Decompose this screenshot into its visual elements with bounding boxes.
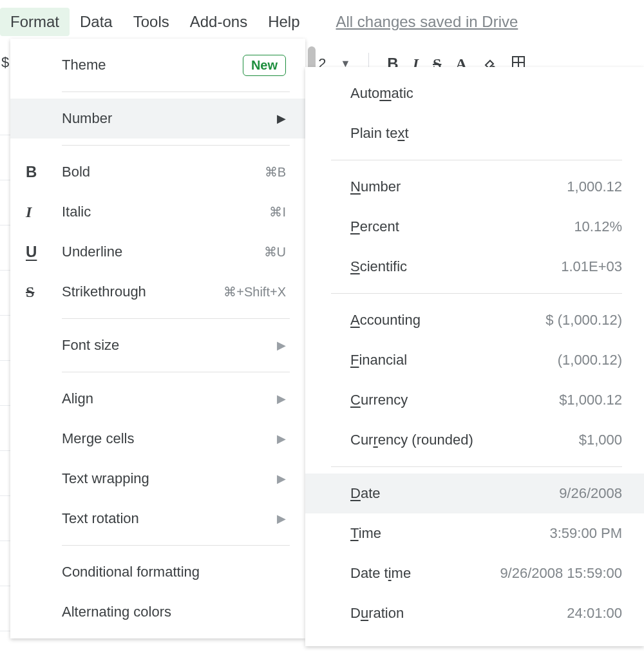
- shortcut-label: ⌘I: [269, 204, 286, 220]
- italic-icon: I: [26, 204, 62, 221]
- menu-item-label: Font size: [62, 337, 277, 354]
- number-format-percent[interactable]: Percent 10.12%: [305, 207, 644, 247]
- format-example: 9/26/2008: [559, 485, 622, 502]
- menu-item-text-wrapping[interactable]: Text wrapping ▶: [10, 459, 305, 499]
- strikethrough-icon: S: [26, 283, 62, 301]
- shortcut-label: ⌘U: [264, 244, 286, 260]
- menu-item-merge-cells[interactable]: Merge cells ▶: [10, 419, 305, 459]
- menu-item-label: Date: [350, 485, 380, 502]
- menu-item-label: Accounting: [350, 312, 421, 329]
- menu-item-label: Strikethrough: [62, 283, 223, 300]
- menu-item-theme[interactable]: Theme New: [10, 45, 305, 85]
- format-example: 10.12%: [574, 218, 622, 235]
- menu-item-label: Italic: [62, 204, 269, 220]
- number-format-number[interactable]: Number 1,000.12: [305, 167, 644, 207]
- menu-divider: [62, 372, 290, 372]
- menu-divider: [62, 545, 290, 546]
- menu-item-label: Financial: [350, 352, 407, 368]
- menu-item-font-size[interactable]: Font size ▶: [10, 325, 305, 365]
- menu-item-label: Underline: [62, 244, 264, 260]
- menu-item-label: Date time: [350, 565, 411, 582]
- number-format-accounting[interactable]: Accounting $ (1,000.12): [305, 300, 644, 340]
- menu-item-label: Text rotation: [62, 510, 277, 527]
- menu-help[interactable]: Help: [258, 8, 310, 36]
- number-format-financial[interactable]: Financial (1,000.12): [305, 340, 644, 380]
- bold-icon: B: [26, 163, 62, 181]
- menu-item-label: Plain text: [350, 125, 409, 142]
- format-dropdown: Theme New Number ▶ B Bold ⌘B I Italic ⌘I…: [10, 39, 305, 638]
- menu-item-label: Bold: [62, 164, 265, 180]
- format-example: $ (1,000.12): [545, 312, 622, 329]
- number-format-submenu: Automatic Plain text Number 1,000.12 Per…: [305, 67, 644, 646]
- menu-divider: [331, 293, 622, 294]
- menu-divider: [62, 145, 290, 146]
- menu-item-text-rotation[interactable]: Text rotation ▶: [10, 499, 305, 539]
- new-badge: New: [243, 55, 286, 76]
- submenu-arrow-icon: ▶: [277, 432, 286, 446]
- menu-divider: [62, 91, 290, 92]
- menu-divider: [331, 466, 622, 467]
- menu-item-label: Align: [62, 390, 277, 407]
- menu-item-label: Time: [350, 525, 381, 542]
- submenu-arrow-icon: ▶: [277, 338, 286, 352]
- shortcut-label: ⌘B: [265, 164, 286, 180]
- number-format-currency[interactable]: Currency $1,000.12: [305, 380, 644, 420]
- number-format-automatic[interactable]: Automatic: [305, 73, 644, 113]
- shortcut-label: ⌘+Shift+X: [223, 284, 286, 300]
- submenu-arrow-icon: ▶: [277, 512, 286, 526]
- menu-item-label: Scientific: [350, 258, 407, 275]
- menu-item-label: Number: [62, 110, 277, 127]
- underline-icon: U: [26, 243, 62, 261]
- number-format-date-time[interactable]: Date time 9/26/2008 15:59:00: [305, 553, 644, 593]
- menu-item-conditional-formatting[interactable]: Conditional formatting: [10, 552, 305, 592]
- menu-item-underline[interactable]: U Underline ⌘U: [10, 232, 305, 272]
- format-example: 3:59:00 PM: [549, 525, 622, 542]
- menu-item-align[interactable]: Align ▶: [10, 379, 305, 419]
- submenu-arrow-icon: ▶: [277, 111, 286, 126]
- format-example: $1,000: [579, 432, 622, 448]
- menu-data[interactable]: Data: [70, 8, 123, 36]
- menu-item-label: Theme: [62, 57, 243, 73]
- format-example: 1,000.12: [567, 178, 622, 195]
- menu-item-number[interactable]: Number ▶: [10, 99, 305, 139]
- menu-item-bold[interactable]: B Bold ⌘B: [10, 152, 305, 192]
- menu-tools[interactable]: Tools: [123, 8, 180, 36]
- number-format-plain-text[interactable]: Plain text: [305, 113, 644, 153]
- menu-item-label: Merge cells: [62, 430, 277, 447]
- menu-item-alternating-colors[interactable]: Alternating colors: [10, 592, 305, 632]
- number-format-duration[interactable]: Duration 24:01:00: [305, 593, 644, 633]
- number-format-date[interactable]: Date 9/26/2008: [305, 474, 644, 513]
- number-format-scientific[interactable]: Scientific 1.01E+03: [305, 247, 644, 287]
- menu-item-label: Alternating colors: [62, 604, 286, 620]
- menu-item-label: Percent: [350, 218, 399, 235]
- save-status[interactable]: All changes saved in Drive: [336, 13, 518, 31]
- menu-divider: [331, 160, 622, 160]
- menu-item-label: Currency (rounded): [350, 432, 473, 448]
- menu-item-label: Conditional formatting: [62, 564, 286, 580]
- menu-format[interactable]: Format: [0, 8, 70, 36]
- toolbar-currency-icon[interactable]: $: [1, 54, 9, 71]
- number-format-currency-rounded[interactable]: Currency (rounded) $1,000: [305, 420, 644, 460]
- menu-item-label: Currency: [350, 392, 408, 408]
- menu-item-label: Number: [350, 178, 401, 195]
- menu-item-label: Text wrapping: [62, 470, 277, 487]
- menu-item-label: Duration: [350, 605, 404, 622]
- format-example: 1.01E+03: [561, 258, 622, 275]
- number-format-time[interactable]: Time 3:59:00 PM: [305, 513, 644, 553]
- format-example: $1,000.12: [559, 392, 622, 408]
- menu-divider: [62, 318, 290, 319]
- menu-item-italic[interactable]: I Italic ⌘I: [10, 192, 305, 232]
- format-example: 9/26/2008 15:59:00: [500, 565, 622, 582]
- menu-addons[interactable]: Add-ons: [180, 8, 258, 36]
- format-example: 24:01:00: [567, 605, 622, 622]
- menu-item-label: Automatic: [350, 85, 413, 102]
- submenu-arrow-icon: ▶: [277, 472, 286, 486]
- format-example: (1,000.12): [558, 352, 622, 368]
- submenu-arrow-icon: ▶: [277, 392, 286, 406]
- menu-item-strikethrough[interactable]: S Strikethrough ⌘+Shift+X: [10, 272, 305, 312]
